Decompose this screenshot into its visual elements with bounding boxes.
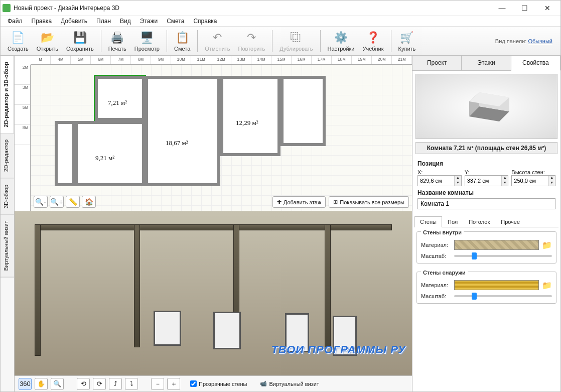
- rotate-left-button[interactable]: ⟲: [77, 378, 90, 390]
- left-tab-2[interactable]: 3D-обзор: [1, 179, 14, 215]
- ruler-horizontal: м4м5м6м7м8м9м10м11м12м13м14м15м16м17м18м…: [31, 56, 412, 65]
- left-tab-0[interactable]: 2D-редактор и 3D-обзор: [1, 56, 14, 134]
- inside-scale-slider[interactable]: [454, 255, 552, 257]
- position-title: Позиция: [417, 160, 555, 167]
- save-button[interactable]: 💾Сохранить: [62, 30, 98, 53]
- menu-Смета[interactable]: Смета: [163, 17, 188, 26]
- room-description: Комната 7,21 м² (площадь стен 26,85 м²): [415, 142, 557, 154]
- left-tab-3[interactable]: Виртуальный визит: [1, 215, 14, 278]
- plan-zoom-tools: 🔍- 🔍+ 📏 🏠: [34, 196, 96, 208]
- close-button[interactable]: ✕: [536, 1, 558, 15]
- room-7-21[interactable]: 7,21 м²: [95, 76, 145, 121]
- menu-bar: ФайлПравкаДобавитьПланВидЭтажиСметаСправ…: [1, 16, 560, 27]
- orbit-button[interactable]: 360: [19, 378, 32, 390]
- room-name-title: Название комнаты: [417, 189, 555, 196]
- menu-Файл[interactable]: Файл: [4, 17, 27, 26]
- virtual-visit-button[interactable]: 📹 Виртуальный визит: [260, 380, 319, 387]
- left-tab-1[interactable]: 2D-редактор: [1, 134, 14, 178]
- panel-mode-link[interactable]: Обычный: [528, 38, 552, 44]
- subtab-Стены[interactable]: Стены: [414, 216, 442, 227]
- new-button[interactable]: 📄Создать: [4, 30, 33, 53]
- menu-Этажи[interactable]: Этажи: [136, 17, 162, 26]
- zoom-out-3d-button[interactable]: －: [151, 378, 164, 390]
- minimize-button[interactable]: —: [491, 1, 513, 15]
- right-tab-Свойства[interactable]: Свойства: [511, 56, 560, 71]
- room-narrow[interactable]: [55, 121, 75, 186]
- redo-button: ↷Повторить: [234, 30, 269, 53]
- title-bar: Новый проект - Дизайн Интерьера 3D — ☐ ✕: [1, 1, 560, 16]
- right-tabs: ПроектЭтажиСвойства: [412, 56, 560, 71]
- browse-inside-material-icon[interactable]: 📁: [542, 240, 552, 250]
- menu-Правка[interactable]: Правка: [28, 17, 56, 26]
- browse-outside-material-icon[interactable]: 📁: [542, 281, 552, 290]
- outside-scale-slider[interactable]: [454, 295, 552, 297]
- buy-button[interactable]: 🛒Купить: [394, 30, 420, 53]
- preview-button[interactable]: 🖥️Просмотр: [130, 30, 164, 53]
- main-toolbar: 📄Создать📂Открыть💾Сохранить🖨️Печать🖥️Прос…: [1, 27, 560, 56]
- maximize-button[interactable]: ☐: [513, 1, 536, 15]
- subtab-Пол[interactable]: Пол: [442, 216, 463, 227]
- room-box-icon: [459, 86, 514, 126]
- bottom-toolbar: 360 ✋ 🔍 ⟲ ⟳ ⤴ ⤵ － ＋ Прозрачные стены 📹 В…: [15, 375, 412, 391]
- add-floor-button[interactable]: ✚ Добавить этаж: [272, 196, 326, 208]
- menu-План[interactable]: План: [92, 17, 115, 26]
- room-small[interactable]: [280, 76, 326, 146]
- panel-mode: Вид панели: Обычный: [495, 38, 557, 44]
- rotate-right-button[interactable]: ⟳: [93, 378, 106, 390]
- properties-panel: ПроектЭтажиСвойства Комната 7,21 м² (пло…: [412, 56, 560, 391]
- app-icon: [3, 4, 11, 12]
- menu-Справка[interactable]: Справка: [189, 17, 221, 26]
- wall-subtabs: СтеныПолПотолокПрочее: [414, 216, 558, 227]
- room-18-67[interactable]: 18,67 м²: [145, 76, 220, 186]
- view-3d[interactable]: ТВОИ ПРОГРАММЫ РУ: [15, 211, 412, 375]
- left-vertical-tabs: 2D-редактор и 3D-обзор2D-редактор3D-обзо…: [1, 56, 15, 391]
- outside-material-swatch[interactable]: [454, 280, 539, 290]
- room-12-29[interactable]: 12,29 м²: [220, 76, 280, 156]
- ruler-vertical: 2м3м5м8м: [15, 65, 31, 211]
- estimate-button[interactable]: 📋Смета: [170, 30, 194, 53]
- measure-button[interactable]: 📏: [66, 196, 80, 208]
- zoom-out-button[interactable]: 🔍-: [34, 196, 48, 208]
- zoom-button[interactable]: 🔍: [51, 378, 64, 390]
- tilt-up-button[interactable]: ⤴: [109, 378, 122, 390]
- zoom-in-3d-button[interactable]: ＋: [167, 378, 180, 390]
- room-name-input[interactable]: [417, 198, 555, 209]
- open-button[interactable]: 📂Открыть: [33, 30, 62, 53]
- show-dimensions-button[interactable]: ⊞ Показывать все размеры: [329, 196, 409, 208]
- subtab-Прочее[interactable]: Прочее: [495, 216, 525, 227]
- walls-inside-group: Стены внутри Материал: 📁 Масштаб:: [416, 231, 556, 264]
- pos-y-input[interactable]: ▲▼: [465, 175, 509, 186]
- right-tab-Проект[interactable]: Проект: [412, 56, 462, 70]
- menu-Добавить[interactable]: Добавить: [57, 17, 91, 26]
- room-9-21[interactable]: 9,21 м²: [75, 121, 145, 186]
- help-button[interactable]: ❓Учебник: [358, 30, 387, 53]
- settings-button[interactable]: ⚙️Настройки: [324, 30, 359, 53]
- pos-x-input[interactable]: ▲▼: [417, 175, 462, 186]
- menu-Вид[interactable]: Вид: [116, 17, 135, 26]
- right-tab-Этажи[interactable]: Этажи: [462, 56, 511, 70]
- pan-button[interactable]: ✋: [35, 378, 48, 390]
- zoom-in-button[interactable]: 🔍+: [50, 196, 64, 208]
- wall-height-input[interactable]: ▲▼: [511, 175, 555, 186]
- walls-outside-group: Стены снаружи Материал: 📁 Масштаб:: [416, 272, 556, 304]
- room-3d-preview[interactable]: [415, 74, 557, 139]
- inside-material-swatch[interactable]: [454, 240, 539, 250]
- tilt-down-button[interactable]: ⤵: [125, 378, 138, 390]
- home-button[interactable]: 🏠: [82, 196, 96, 208]
- plan-2d-view[interactable]: м4м5м6м7м8м9м10м11м12м13м14м15м16м17м18м…: [15, 56, 412, 211]
- window-title: Новый проект - Дизайн Интерьера 3D: [14, 5, 491, 12]
- undo-button: ↶Отменить: [201, 30, 234, 53]
- subtab-Потолок[interactable]: Потолок: [463, 216, 495, 227]
- transparent-walls-checkbox[interactable]: Прозрачные стены: [190, 380, 247, 387]
- print-button[interactable]: 🖨️Печать: [104, 30, 130, 53]
- duplicate-button: ⿻Дублировать: [275, 30, 317, 53]
